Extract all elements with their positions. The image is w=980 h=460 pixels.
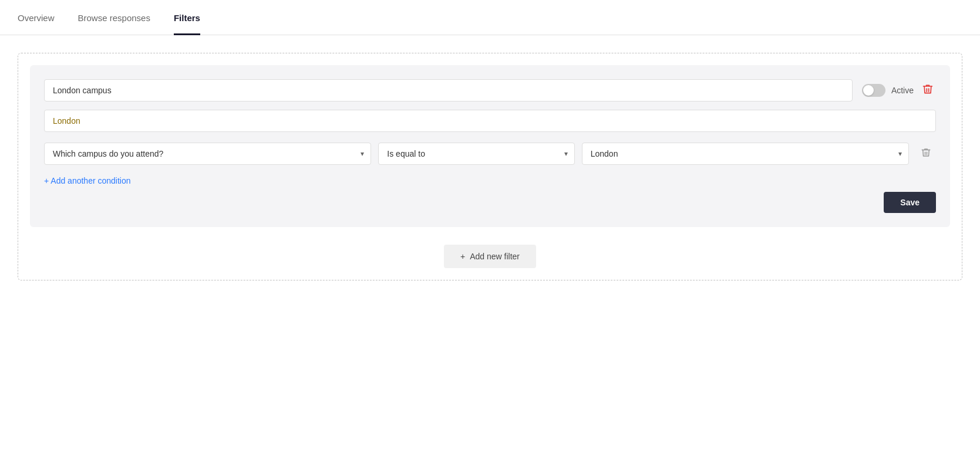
- question-select[interactable]: Which campus do you attend?: [44, 143, 371, 165]
- filter-name-input[interactable]: [44, 79, 853, 102]
- operator-select[interactable]: Is equal to Is not equal to Contains Doe…: [378, 143, 574, 165]
- save-button[interactable]: Save: [884, 192, 936, 213]
- filter-desc-input[interactable]: [44, 110, 936, 132]
- filter-card: Active: [30, 65, 950, 227]
- answer-select[interactable]: London Manchester Birmingham: [582, 143, 909, 165]
- nav-tabs: Overview Browse responses Filters: [0, 0, 980, 35]
- add-new-filter-button[interactable]: + Add new filter: [444, 245, 536, 268]
- question-select-wrapper: Which campus do you attend? ▾: [44, 143, 371, 165]
- operator-select-wrapper: Is equal to Is not equal to Contains Doe…: [378, 143, 574, 165]
- add-filter-container: + Add new filter: [30, 245, 950, 268]
- tab-browse-responses[interactable]: Browse responses: [78, 0, 150, 35]
- active-toggle[interactable]: [862, 84, 885, 97]
- tab-overview[interactable]: Overview: [18, 0, 55, 35]
- condition-row: Which campus do you attend? ▾ Is equal t…: [44, 143, 936, 165]
- filter-controls: Active: [862, 81, 936, 100]
- add-condition-label: + Add another condition: [44, 176, 131, 185]
- active-label: Active: [891, 86, 914, 95]
- answer-select-wrapper: London Manchester Birmingham ▾: [582, 143, 909, 165]
- add-filter-label: Add new filter: [470, 252, 520, 261]
- trash-icon: [922, 83, 934, 98]
- main-content: Active: [0, 35, 980, 316]
- delete-condition-button[interactable]: [916, 143, 936, 165]
- plus-icon: +: [460, 252, 465, 261]
- filter-header-row: Active: [44, 79, 936, 102]
- add-condition-button[interactable]: + Add another condition: [44, 176, 131, 185]
- filter-footer: Save: [44, 192, 936, 213]
- trash-icon-condition: [921, 147, 931, 160]
- delete-filter-button[interactable]: [920, 81, 936, 100]
- tab-filters[interactable]: Filters: [174, 0, 200, 35]
- filters-outer: Active: [18, 53, 962, 280]
